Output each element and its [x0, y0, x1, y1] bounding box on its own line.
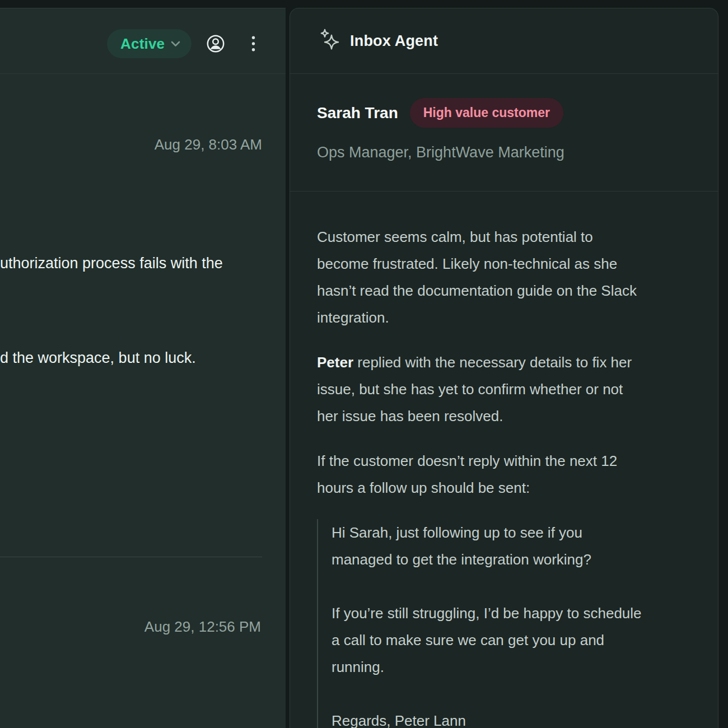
conversation-header: Active	[0, 8, 286, 74]
analysis-paragraph: Peter replied with the necessary details…	[317, 349, 698, 430]
suggested-followup-quote: Hi Sarah, just following up to see if yo…	[317, 519, 698, 728]
customer-summary: Sarah Tran High value customer Ops Manag…	[290, 74, 718, 192]
status-label: Active	[120, 35, 165, 53]
chevron-down-icon	[171, 41, 180, 47]
message-divider	[0, 557, 262, 557]
kebab-menu-icon	[251, 36, 255, 52]
analysis-paragraph: If the customer doesn’t reply within the…	[317, 447, 698, 501]
analysis-paragraph: Customer seems calm, but has potential t…	[317, 223, 698, 331]
message-timestamp: Aug 29, 12:56 PM	[144, 618, 261, 636]
quote-paragraph: Hi Sarah, just following up to see if yo…	[332, 519, 698, 573]
inbox-agent-panel: Inbox Agent Sarah Tran High value custom…	[290, 8, 718, 728]
user-circle-icon	[206, 34, 225, 53]
customer-role: Ops Manager, BrightWave Marketing	[317, 144, 564, 161]
panel-title: Inbox Agent	[350, 32, 438, 50]
sparkles-icon	[318, 29, 340, 53]
quote-paragraph: Regards, Peter Lann	[332, 707, 698, 728]
quote-paragraph: If you’re still struggling, I’d be happy…	[332, 600, 698, 680]
more-options-button[interactable]	[245, 35, 261, 52]
message-text-line: d the workspace, but no luck.	[0, 349, 196, 367]
customer-badge: High value customer	[410, 98, 563, 128]
customer-name: Sarah Tran	[317, 104, 398, 122]
inbox-agent-header: Inbox Agent	[290, 8, 718, 74]
message-timestamp: Aug 29, 8:03 AM	[155, 136, 262, 153]
conversation-panel: Active	[0, 8, 286, 728]
assignee-button[interactable]	[205, 33, 226, 54]
status-dropdown[interactable]: Active	[107, 29, 192, 58]
message-text-line: uthorization process fails with the	[0, 255, 223, 272]
agent-name-bold: Peter	[317, 354, 353, 371]
agent-analysis: Customer seems calm, but has potential t…	[317, 223, 698, 728]
